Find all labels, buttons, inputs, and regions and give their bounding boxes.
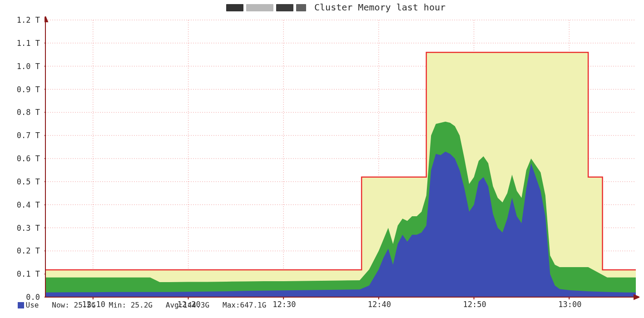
redacted-block: [296, 4, 306, 11]
x-tick-label: 12:30: [272, 300, 296, 309]
redacted-block: [198, 4, 223, 11]
y-tick-label: 0.9 T: [17, 85, 40, 94]
redacted-block: [226, 4, 243, 11]
redacted-block: [276, 4, 293, 11]
redacted-block: [246, 4, 273, 11]
x-tick-label: 12:50: [463, 300, 486, 309]
y-tick-label: 0.4 T: [17, 200, 40, 209]
x-tick-label: 12:40: [368, 300, 391, 309]
y-tick-label: 0.7 T: [17, 131, 40, 140]
chart-container: Cluster Memory last hour 0.00.1 T0.2 T0.…: [0, 0, 644, 318]
legend-row: Use Now: 25.5G Min: 25.2G Avg:144.3G Max…: [0, 292, 266, 318]
legend-stats-use: Now: 25.5G Min: 25.2G Avg:144.3G Max:647…: [52, 301, 266, 309]
chart-title-text: Cluster Memory last hour: [314, 2, 446, 13]
x-tick-label: 13:00: [558, 300, 581, 309]
legend-swatch-use: [18, 302, 24, 308]
svg-marker-22: [45, 16, 48, 22]
chart-plot: [45, 16, 639, 306]
y-tick-label: 0.8 T: [17, 108, 40, 117]
svg-marker-23: [634, 295, 639, 299]
y-tick-label: 0.1 T: [17, 269, 40, 278]
y-tick-label: 1.2 T: [17, 15, 40, 25]
chart-title: Cluster Memory last hour: [0, 2, 644, 13]
y-tick-label: 0.6 T: [17, 154, 40, 163]
y-tick-label: 0.5 T: [17, 177, 40, 186]
legend-label-use: Use: [26, 301, 39, 309]
y-tick-label: 1.0 T: [17, 62, 40, 71]
y-tick-label: 1.1 T: [17, 39, 40, 48]
y-tick-label: 0.3 T: [17, 224, 40, 233]
y-tick-label: 0.2 T: [17, 246, 40, 255]
